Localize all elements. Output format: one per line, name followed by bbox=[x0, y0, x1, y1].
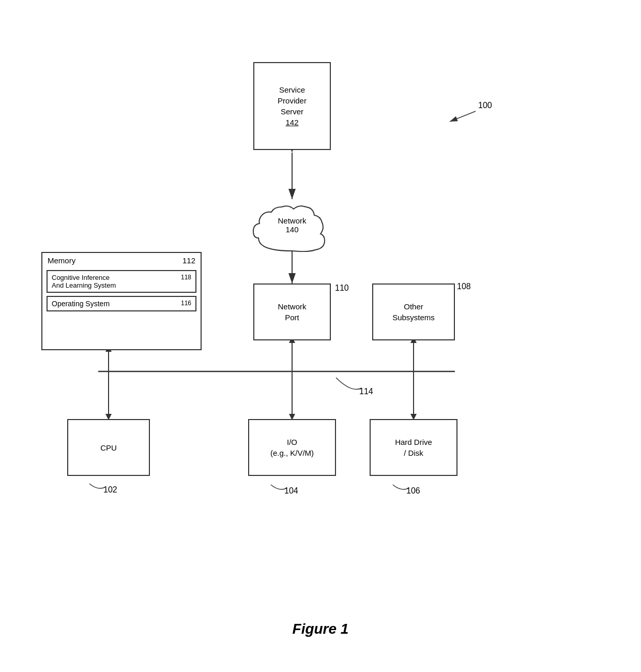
cognitive-ref: 118 bbox=[181, 274, 191, 281]
os-ref: 116 bbox=[181, 300, 191, 307]
io-label: I/O (e.g., K/V/M) bbox=[270, 437, 314, 458]
network-label: Network 140 bbox=[248, 216, 336, 234]
memory-label: Memory bbox=[48, 256, 75, 265]
os-box: Operating System 116 bbox=[47, 296, 196, 311]
cognitive-inference-box: Cognitive Inference And Learning System … bbox=[47, 270, 196, 293]
network-cloud: Network 140 bbox=[248, 202, 336, 261]
network-port-box: Network Port bbox=[253, 283, 331, 340]
network-port-ref: 110 bbox=[335, 283, 349, 293]
server-box: Service Provider Server 142 bbox=[253, 62, 331, 150]
memory-ref: 112 bbox=[182, 256, 195, 265]
server-ref: 142 bbox=[285, 117, 298, 128]
bus-ref: 114 bbox=[359, 387, 373, 396]
cpu-box: CPU bbox=[67, 419, 150, 476]
io-box: I/O (e.g., K/V/M) bbox=[248, 419, 336, 476]
os-label: Operating System bbox=[52, 300, 110, 308]
network-port-label: Network Port bbox=[278, 301, 306, 323]
server-label: Service Provider Server bbox=[278, 84, 307, 117]
hard-drive-label: Hard Drive / Disk bbox=[395, 437, 432, 458]
other-subsystems-box: Other Subsystems bbox=[372, 283, 455, 340]
hard-drive-box: Hard Drive / Disk bbox=[370, 419, 457, 476]
cognitive-label: Cognitive Inference And Learning System bbox=[52, 274, 116, 289]
io-ref-num: 104 bbox=[284, 486, 298, 496]
figure-caption: Figure 1 bbox=[0, 610, 641, 643]
memory-header: Memory 112 bbox=[42, 253, 201, 267]
system-ref-100: 100 bbox=[478, 101, 492, 110]
other-subsystems-ref: 108 bbox=[457, 282, 471, 291]
memory-box: Memory 112 Cognitive Inference And Learn… bbox=[41, 252, 202, 350]
cpu-ref-num: 102 bbox=[103, 485, 117, 495]
svg-line-20 bbox=[450, 111, 476, 122]
diagram: Service Provider Server 142 Network 140 … bbox=[0, 0, 641, 610]
hard-drive-ref-num: 106 bbox=[406, 486, 420, 496]
network-ref: 140 bbox=[285, 225, 298, 234]
cpu-label: CPU bbox=[100, 442, 117, 453]
other-subsystems-label: Other Subsystems bbox=[392, 301, 435, 323]
